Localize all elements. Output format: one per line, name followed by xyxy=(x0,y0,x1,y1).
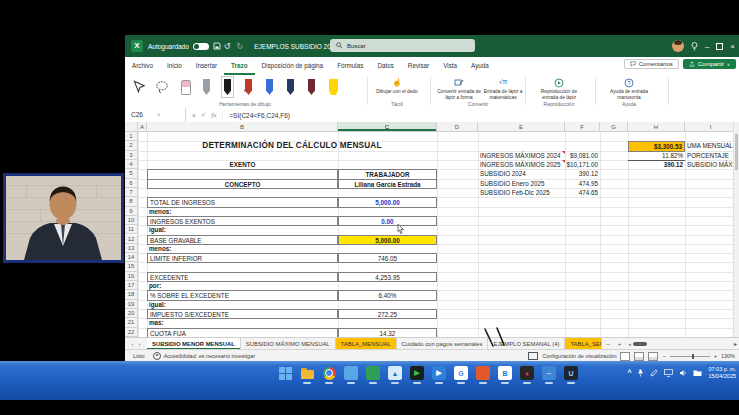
pen-tray-icon[interactable] xyxy=(650,369,658,377)
app-play-blue-icon[interactable]: ▶ xyxy=(432,366,446,380)
row-header-14[interactable]: 14 xyxy=(125,253,138,262)
ribbon-tab-fórmulas[interactable]: Fórmulas xyxy=(330,57,370,75)
select-cursor-icon[interactable] xyxy=(133,80,145,94)
app-u-icon[interactable]: U xyxy=(564,366,578,380)
ink-replay-button[interactable]: Reproducción de entrada de lápiz xyxy=(533,77,585,100)
eraser-tool[interactable] xyxy=(181,80,191,95)
google-app-icon[interactable]: G xyxy=(454,366,468,380)
cell-F7[interactable]: 474.65 xyxy=(565,188,600,198)
cell-B22[interactable]: CUOTA FIJA xyxy=(147,328,338,337)
column-header-G[interactable]: G xyxy=(600,122,628,132)
monitor-icon[interactable] xyxy=(664,369,673,377)
row-header-11[interactable]: 11 xyxy=(125,225,138,234)
app-green-icon[interactable] xyxy=(366,366,380,380)
zoom-slider[interactable] xyxy=(670,356,710,357)
cell-C18[interactable]: 6.40% xyxy=(338,290,437,300)
row-header-13[interactable]: 13 xyxy=(125,244,138,253)
photos-app-icon[interactable]: ▲ xyxy=(388,366,402,380)
chrome-icon[interactable] xyxy=(322,366,336,380)
ink-help-button[interactable]: ? Ayuda de entrada manuscrita xyxy=(603,77,655,100)
sheet-nav-right-icon[interactable]: › xyxy=(139,341,141,347)
pen-blue-tool[interactable] xyxy=(266,79,273,95)
vertical-scrollbar[interactable] xyxy=(733,122,739,337)
column-header-C[interactable]: C xyxy=(338,122,437,132)
zoom-level[interactable]: 130% xyxy=(721,353,735,359)
draw-with-finger-button[interactable]: ☝ Dibujar con el dedo xyxy=(371,77,423,95)
pen-gray-tool[interactable] xyxy=(203,79,210,95)
pen-navy-tool[interactable] xyxy=(287,79,294,95)
app-b-icon[interactable]: B xyxy=(498,366,512,380)
clock[interactable]: 07:03 p. m. 15/04/2025 xyxy=(708,366,736,380)
column-header-A[interactable]: A xyxy=(138,122,147,132)
start-icon[interactable] xyxy=(278,366,292,380)
save-icon[interactable] xyxy=(213,42,221,50)
display-settings-label[interactable]: Configuración de visualización xyxy=(542,353,616,359)
worksheet-grid[interactable]: ABCDEFGHI1234567891011121314151617181920… xyxy=(125,122,737,337)
row-header-5[interactable]: 5 xyxy=(125,169,138,178)
zoom-out-icon[interactable]: − xyxy=(662,353,665,359)
row-header-18[interactable]: 18 xyxy=(125,290,138,299)
formula-text[interactable]: =SI(C24<F6,C24,F6) xyxy=(223,112,290,119)
comments-button[interactable]: Comentarios xyxy=(624,59,679,69)
media-player-icon[interactable]: ▶ xyxy=(410,366,424,380)
ribbon-tab-disposición-de-página[interactable]: Disposición de página xyxy=(255,57,331,75)
row-header-3[interactable]: 3 xyxy=(125,151,138,160)
row-header-10[interactable]: 10 xyxy=(125,216,138,225)
cell-C8[interactable]: 5,000.00 xyxy=(338,197,437,207)
accessibility-status[interactable]: Accesibilidad: es necesario investigar xyxy=(153,352,255,360)
row-header-9[interactable]: 9 xyxy=(125,207,138,216)
row-header-12[interactable]: 12 xyxy=(125,235,138,244)
row-header-17[interactable]: 17 xyxy=(125,281,138,290)
ribbon-tab-inicio[interactable]: Inicio xyxy=(160,57,189,75)
autosave-toggle[interactable] xyxy=(193,43,209,50)
ribbon-tab-datos[interactable]: Datos xyxy=(370,57,400,75)
column-header-D[interactable]: D xyxy=(437,122,478,132)
ink-to-math-button[interactable]: √π Entrada de lápiz a matemáticas xyxy=(477,77,529,100)
row-header-1[interactable]: 1 xyxy=(125,132,138,141)
cell-H4[interactable]: 390.12 xyxy=(628,160,685,170)
folder-tray-icon[interactable] xyxy=(693,369,702,377)
lasso-select-icon[interactable] xyxy=(155,80,169,94)
view-page-layout-icon[interactable] xyxy=(634,352,644,361)
ribbon-tab-insertar[interactable]: Insertar xyxy=(189,57,224,75)
pen-dropdown-icon[interactable]: ∨ xyxy=(243,87,247,93)
zoom-in-icon[interactable]: + xyxy=(714,353,717,359)
cell-C10[interactable]: 0.00 xyxy=(338,216,437,226)
cell-C22[interactable]: 14.32 xyxy=(338,328,437,337)
user-avatar[interactable] xyxy=(672,40,684,52)
window-close-button[interactable]: × xyxy=(730,42,735,51)
pen-black-tool[interactable] xyxy=(224,79,231,95)
search-input[interactable]: Buscar xyxy=(330,39,475,52)
ribbon-tab-vista[interactable]: Vista xyxy=(436,57,464,75)
cell-C14[interactable]: 746.05 xyxy=(338,253,437,263)
share-button[interactable]: Compartir∨ xyxy=(683,59,736,69)
insert-function-icon[interactable]: fx xyxy=(211,111,216,119)
ribbon-tab-trazo[interactable]: Trazo xyxy=(224,57,254,75)
app-orange-icon[interactable] xyxy=(476,366,490,380)
view-normal-icon[interactable] xyxy=(620,352,630,361)
column-header-H[interactable]: H xyxy=(628,122,685,132)
cancel-entry-icon[interactable]: × xyxy=(192,112,196,119)
row-header-21[interactable]: 21 xyxy=(125,318,138,327)
row-header-6[interactable]: 6 xyxy=(125,179,138,188)
name-box[interactable]: C26∨ xyxy=(125,108,186,122)
column-header-E[interactable]: E xyxy=(478,122,565,132)
row-header-8[interactable]: 8 xyxy=(125,197,138,206)
confirm-entry-icon[interactable]: ✓ xyxy=(201,111,206,119)
row-header-2[interactable]: 2 xyxy=(125,141,138,150)
ribbon-tab-revisar[interactable]: Revisar xyxy=(401,57,436,75)
app-red-diamond-icon[interactable]: ♦ xyxy=(520,366,534,380)
cell-C16[interactable]: 4,253.95 xyxy=(338,272,437,282)
cell-B6[interactable]: CONCEPTO xyxy=(147,179,338,189)
column-header-F[interactable]: F xyxy=(565,122,600,132)
lightbulb-icon[interactable] xyxy=(691,42,698,51)
ribbon-tab-ayuda[interactable]: Ayuda xyxy=(464,57,496,75)
cell-C12[interactable]: 5,000.00 xyxy=(338,235,437,245)
tray-expand-icon[interactable]: ^ xyxy=(627,369,631,376)
row-header-7[interactable]: 7 xyxy=(125,188,138,197)
row-header-15[interactable]: 15 xyxy=(125,262,138,271)
window-maximize-button[interactable] xyxy=(716,43,723,50)
pen-maroon-tool[interactable] xyxy=(308,79,315,95)
microphone-icon[interactable] xyxy=(637,369,644,377)
app-blue-icon[interactable] xyxy=(344,366,358,380)
